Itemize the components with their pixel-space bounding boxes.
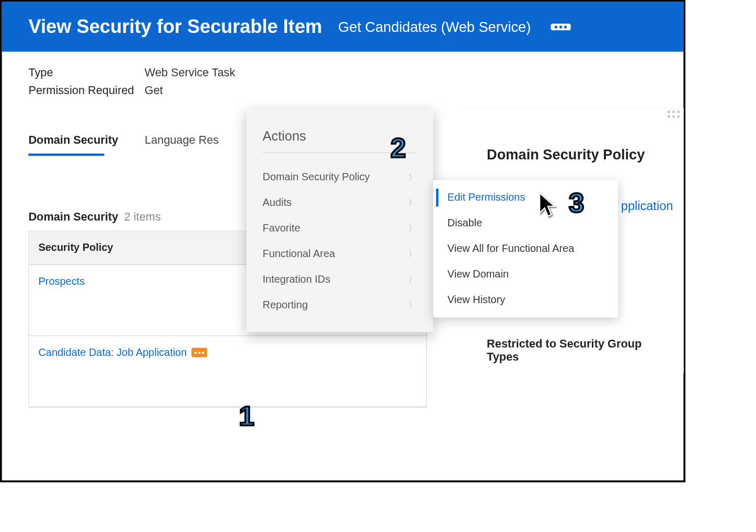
submenu-item-view-all-functional-area[interactable]: View All for Functional Area (433, 236, 618, 261)
popover-title: Actions (262, 129, 417, 153)
submenu-item-view-history[interactable]: View History (433, 287, 618, 313)
section-count: 2 items (124, 210, 161, 223)
detail-restricted-label: Restricted to Security Group Types (487, 337, 670, 364)
drag-handle-icon[interactable] (667, 110, 680, 118)
field-permission-value: Get (145, 84, 163, 97)
chevron-right-icon: 〉 (408, 197, 417, 209)
page-header: View Security for Securable Item Get Can… (2, 2, 684, 52)
row-actions-button[interactable] (191, 348, 207, 357)
table-row: Candidate Data: Job Application (29, 336, 426, 407)
popover-item-label: Audits (262, 196, 291, 209)
popover-item-label: Domain Security Policy (262, 171, 370, 183)
field-permission: Permission Required Get (28, 84, 657, 97)
field-type: Type Web Service Task (28, 66, 657, 79)
popover-item-label: Reporting (262, 299, 307, 311)
popover-item-label: Favorite (262, 222, 300, 235)
popover-item-reporting[interactable]: Reporting 〉 (262, 292, 417, 318)
tab-domain-security[interactable]: Domain Security (28, 130, 118, 153)
detail-link-fragment[interactable]: pplication (621, 199, 673, 213)
policy-link-prospects[interactable]: Prospects (38, 275, 85, 288)
popover-item-domain-security-policy[interactable]: Domain Security Policy 〉 (262, 165, 417, 190)
popover-item-functional-area[interactable]: Functional Area 〉 (262, 241, 417, 267)
submenu-item-edit-permissions[interactable]: Edit Permissions (433, 185, 618, 211)
popover-item-favorite[interactable]: Favorite 〉 (262, 216, 417, 241)
chevron-right-icon: 〉 (408, 223, 417, 234)
popover-item-integration-ids[interactable]: Integration IDs 〉 (262, 267, 417, 292)
chevron-right-icon: 〉 (408, 171, 417, 183)
header-actions-button[interactable] (551, 24, 570, 30)
actions-popover: Actions Domain Security Policy 〉 Audits … (246, 109, 433, 332)
page-subtitle: Get Candidates (Web Service) (338, 19, 531, 35)
chevron-right-icon: 〉 (408, 299, 417, 311)
tab-language-res[interactable]: Language Res (145, 130, 219, 153)
popover-item-label: Functional Area (262, 248, 335, 260)
field-permission-label: Permission Required (28, 84, 144, 97)
detail-title: Domain Security Policy (487, 146, 670, 163)
submenu-item-view-domain[interactable]: View Domain (433, 261, 618, 287)
popover-item-label: Integration IDs (262, 273, 330, 286)
chevron-right-icon: 〉 (408, 274, 417, 285)
popover-item-audits[interactable]: Audits 〉 (262, 190, 417, 216)
page-title: View Security for Securable Item (28, 16, 322, 38)
submenu-item-disable[interactable]: Disable (433, 211, 618, 236)
policy-link-candidate-data[interactable]: Candidate Data: Job Application (38, 346, 187, 359)
field-type-value: Web Service Task (145, 66, 235, 79)
field-type-label: Type (28, 66, 144, 79)
actions-submenu: Edit Permissions Disable View All for Fu… (433, 180, 618, 318)
section-title: Domain Security (28, 210, 118, 223)
chevron-right-icon: 〉 (408, 248, 417, 260)
